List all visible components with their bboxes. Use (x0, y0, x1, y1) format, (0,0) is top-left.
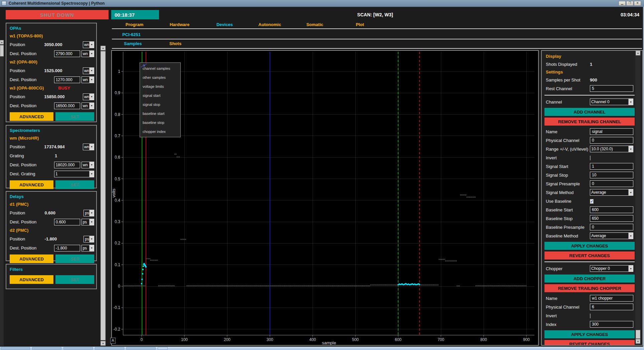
chevron-down-icon[interactable] (89, 162, 94, 168)
chevron-down-icon[interactable] (89, 210, 94, 216)
tab-autonomic[interactable]: Autonomic (247, 22, 292, 27)
chopper-index-input[interactable] (590, 321, 633, 328)
taskbar-button[interactable] (32, 347, 61, 350)
w1-dest-units-select[interactable]: wn (82, 50, 94, 57)
chevron-down-icon[interactable] (89, 94, 94, 100)
w2-dest-units-select[interactable]: wn (82, 76, 94, 83)
plot-legend[interactable]: channel samplesother samplesvoltage limi… (140, 62, 181, 137)
w3-units-select[interactable]: wn (83, 94, 94, 100)
chevron-down-icon[interactable] (89, 171, 94, 177)
chopper-invert-checkbox[interactable] (590, 314, 591, 318)
scroll-down-icon[interactable]: ▼ (101, 341, 106, 346)
d1-units-select[interactable]: ps (84, 210, 94, 216)
autoscale-button[interactable]: A (110, 338, 116, 344)
spectrometers-set-button[interactable]: SET (55, 180, 94, 189)
d1-dest-input[interactable] (54, 219, 80, 225)
chevron-down-icon[interactable] (628, 189, 633, 195)
opas-set-button[interactable]: SET (55, 112, 94, 121)
signal-presample-input[interactable] (590, 180, 633, 187)
taskbar[interactable] (0, 347, 644, 350)
taskbar-button[interactable] (158, 347, 168, 350)
baseline-presample-input[interactable] (590, 224, 633, 230)
revert-changes-button[interactable]: REVERT CHANGES (544, 251, 635, 259)
remove-trailing-chopper-button[interactable]: REMOVE TRAILING CHOPPER (544, 284, 635, 292)
chevron-down-icon[interactable] (89, 219, 94, 225)
invert-checkbox[interactable] (590, 156, 591, 160)
tab-somatic[interactable]: Somatic (292, 22, 337, 27)
signal-method-select[interactable]: Average (590, 189, 633, 196)
taskbar-button[interactable] (126, 347, 156, 350)
tab-devices[interactable]: Devices (202, 22, 247, 27)
scroll-down-icon[interactable]: ▼ (636, 339, 640, 344)
d1-dest-units-select[interactable]: ps (82, 219, 94, 225)
wm-units-select[interactable]: wn (83, 144, 94, 150)
d2-dest-units-select[interactable]: ps (82, 245, 94, 251)
d2-units-select[interactable]: ps (84, 236, 94, 242)
main-scrollbar[interactable]: ▲ ▼ (100, 46, 106, 346)
chevron-down-icon[interactable] (628, 99, 633, 105)
minimize-button[interactable] (619, 1, 626, 6)
w1-units-select[interactable]: wn (83, 41, 94, 48)
chopper-revert-changes-button[interactable]: REVERT CHANGES (544, 340, 635, 346)
taskbar-button[interactable] (1, 347, 30, 350)
chevron-down-icon[interactable] (89, 144, 94, 150)
chevron-down-icon[interactable] (89, 77, 94, 83)
close-button[interactable] (634, 1, 641, 6)
signal-stop-input[interactable] (590, 172, 633, 178)
taskbar-button[interactable] (95, 347, 124, 350)
signal-start-input[interactable] (590, 163, 633, 170)
w1-dest-input[interactable] (54, 50, 80, 57)
settings-scrollbar[interactable]: ▲ ▼ (635, 51, 641, 344)
tab-samples[interactable]: Samples (124, 41, 142, 46)
w3-dest-units-select[interactable]: wn (82, 103, 94, 109)
w2-dest-input[interactable] (54, 76, 80, 83)
scroll-up-icon[interactable]: ▲ (636, 51, 640, 55)
wm-dest-grating-select[interactable]: 1 (54, 171, 94, 177)
chopper-name-input[interactable] (590, 295, 633, 302)
tab-plot[interactable]: Plot (337, 22, 382, 27)
scrollbar-thumb[interactable] (101, 51, 106, 340)
tab-hardware[interactable]: Hardware (157, 22, 202, 27)
filters-advanced-button[interactable]: ADVANCED (10, 275, 53, 284)
w2-units-select[interactable]: wn (83, 67, 94, 74)
physical-channel-input[interactable] (590, 137, 633, 144)
use-baseline-checkbox[interactable] (590, 199, 594, 204)
channel-name-input[interactable] (590, 128, 633, 135)
left-scrollbar[interactable]: ▲ (0, 40, 4, 346)
scrollbar-thumb[interactable] (0, 45, 4, 56)
chevron-down-icon[interactable] (628, 266, 633, 272)
add-channel-button[interactable]: ADD CHANNEL (544, 108, 635, 116)
remove-trailing-channel-button[interactable]: REMOVE TRAILING CHANNEL (544, 118, 635, 126)
delays-advanced-button[interactable]: ADVANCED (10, 254, 53, 263)
baseline-method-select[interactable]: Average (590, 232, 633, 239)
chopper-apply-changes-button[interactable]: APPLY CHANGES (544, 330, 635, 338)
scroll-up-icon[interactable]: ▲ (101, 46, 106, 50)
scrollbar-thumb[interactable] (636, 330, 640, 339)
chevron-down-icon[interactable] (628, 233, 633, 239)
taskbar-button[interactable] (63, 347, 93, 350)
chopper-physical-channel-input[interactable] (590, 304, 633, 310)
baseline-stop-input[interactable] (590, 215, 633, 222)
device-name[interactable]: PCI-6251 (122, 32, 141, 37)
scroll-up-icon[interactable]: ▲ (0, 40, 4, 44)
add-chopper-button[interactable]: ADD CHOPPER (544, 275, 635, 283)
chevron-down-icon[interactable] (89, 68, 94, 74)
tab-program[interactable]: Program (112, 22, 157, 27)
channel-select[interactable]: Channel 0 (590, 99, 633, 105)
chevron-down-icon[interactable] (89, 245, 94, 251)
delays-set-button[interactable]: SET (55, 254, 94, 263)
chevron-down-icon[interactable] (628, 146, 633, 152)
apply-changes-button[interactable]: APPLY CHANGES (544, 242, 635, 250)
opas-advanced-button[interactable]: ADVANCED (10, 112, 53, 121)
chopper-select[interactable]: Chopper 0 (590, 265, 633, 272)
wm-dest-input[interactable] (54, 162, 80, 168)
wm-dest-units-select[interactable]: wn (82, 162, 94, 168)
w3-dest-input[interactable] (54, 103, 80, 109)
chevron-down-icon[interactable] (89, 236, 94, 242)
chevron-down-icon[interactable] (89, 42, 94, 48)
spectrometers-advanced-button[interactable]: ADVANCED (10, 180, 53, 189)
range-select[interactable]: 10.0 (320.0) (590, 146, 633, 152)
shutdown-button[interactable]: SHUT DOWN (6, 10, 109, 19)
baseline-start-input[interactable] (590, 206, 633, 213)
chevron-down-icon[interactable] (89, 51, 94, 57)
